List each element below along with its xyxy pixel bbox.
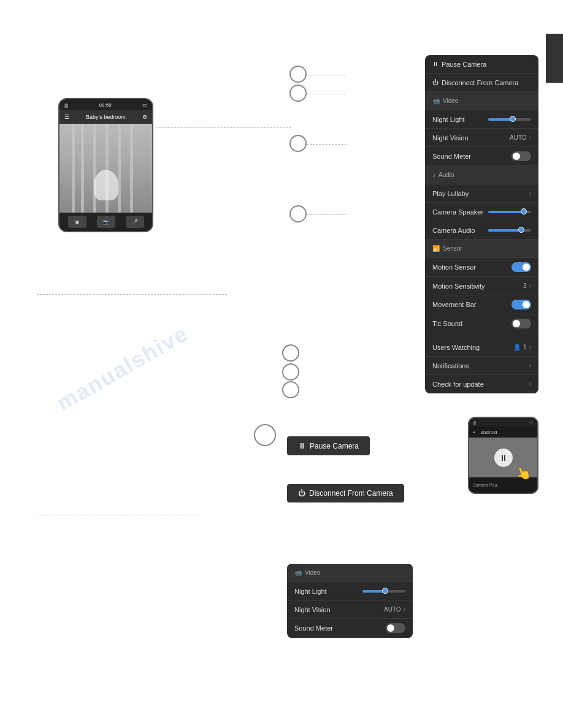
video-panel-slider-knob	[382, 588, 388, 594]
sensor-section-header: 📶 Sensor	[425, 240, 538, 258]
disconnect-btn-icon: ⏻	[298, 489, 305, 498]
slider-knob	[510, 116, 516, 122]
video-panel-sound-toggle[interactable]	[386, 623, 405, 633]
speaker-slider[interactable]	[488, 211, 531, 213]
video-panel-night-vision-value: AUTO	[384, 606, 401, 613]
motion-sensor-toggle[interactable]	[511, 262, 531, 272]
video-panel-light-slider[interactable]	[362, 590, 405, 593]
camera-paused-label: Camera Pau...	[473, 483, 500, 487]
menu-icon[interactable]: ☰	[64, 114, 69, 120]
video-panel-section-label: Video	[305, 569, 320, 576]
movement-bar-toggle[interactable]	[511, 300, 531, 309]
music-icon: ♪	[432, 172, 435, 178]
tic-toggle-knob	[513, 320, 520, 327]
callout-5	[282, 344, 299, 362]
update-chevron: ›	[529, 381, 531, 387]
audio-slider[interactable]	[488, 229, 531, 232]
menu-panel: ⏸ Pause Camera ⏻ Disconnect From Camera …	[425, 55, 538, 393]
video-panel-night-vision[interactable]: Night Vision AUTO ›	[287, 601, 413, 619]
speaker-knob	[521, 208, 527, 214]
phone-status-bar: ||| 09:59 ▭	[59, 99, 152, 110]
motion-sensitivity-value: 3	[523, 282, 527, 289]
phone2-nav: ≡ android	[469, 427, 537, 438]
tic-sound-item[interactable]: Tic Sound	[425, 314, 538, 333]
pause-circle-btn[interactable]: ⏸	[494, 449, 513, 467]
audio-fill	[488, 229, 521, 232]
night-light-item[interactable]: Night Light	[425, 110, 538, 129]
phone-mockup-2: ||| ▭ ≡ android ⏸ Camera Pau...	[468, 417, 538, 494]
sound-meter-item[interactable]: Sound Meter	[425, 147, 538, 166]
callout-large	[254, 424, 276, 446]
pause-camera-button[interactable]: ⏸ Pause Camera	[287, 436, 370, 455]
motion-toggle-knob	[523, 264, 530, 271]
callout-4	[289, 205, 307, 222]
phone2-bottom-bar: Camera Pau...	[469, 477, 537, 493]
time-display: 09:59	[99, 102, 112, 108]
dot-line-4	[307, 214, 347, 215]
disconnect-camera-button[interactable]: ⏻ Disconnect From Camera	[287, 484, 404, 502]
crib-bar-5	[118, 124, 121, 213]
pause-icon: ⏸	[432, 61, 439, 67]
video-panel-slider-fill	[362, 590, 384, 593]
night-vision-value: AUTO	[510, 134, 527, 141]
video-panel-sound-meter[interactable]: Sound Meter	[287, 619, 413, 638]
tic-sound-label: Tic Sound	[432, 320, 462, 327]
settings-icon[interactable]: ⚙	[142, 114, 147, 120]
tic-sound-toggle[interactable]	[511, 319, 531, 328]
sound-meter-toggle[interactable]	[511, 151, 531, 161]
dot-line-3	[307, 144, 347, 145]
pause-camera-label: Pause Camera	[442, 61, 486, 68]
camera-btn[interactable]: 📷	[97, 216, 115, 228]
pause-camera-item[interactable]: ⏸ Pause Camera	[425, 55, 538, 74]
notifications-item[interactable]: Notifications ›	[425, 357, 538, 375]
room-title: Baby's bedroom	[86, 114, 126, 120]
video-panel-toggle-knob	[387, 624, 394, 632]
callout-2	[289, 85, 307, 102]
section-separator-bottom	[37, 515, 202, 515]
motion-sensitivity-label: Motion Sensitivity	[432, 282, 485, 290]
movement-bar-item[interactable]: Movement Bar	[425, 295, 538, 314]
dot-line-2	[307, 94, 347, 94]
night-light-slider[interactable]	[488, 118, 531, 121]
play-lullaby-item[interactable]: Play Lullaby ›	[425, 184, 538, 203]
video-section-header: 📹 Video	[425, 92, 538, 110]
disconnect-item[interactable]: ⏻ Disconnect From Camera	[425, 74, 538, 92]
users-watching-item[interactable]: Users Watching 👤 1 ›	[425, 338, 538, 357]
disconnect-btn-label: Disconnect From Camera	[309, 489, 393, 498]
callout-6	[282, 363, 299, 381]
phone2-signal: |||	[473, 420, 476, 425]
phone2-status: ||| ▭	[469, 418, 537, 427]
camera-speaker-item[interactable]: Camera Speaker	[425, 203, 538, 221]
lullaby-chevron: ›	[529, 190, 531, 197]
movement-toggle-knob	[523, 301, 530, 308]
camera-audio-item[interactable]: Camera Audio	[425, 221, 538, 240]
baby-shape	[94, 170, 118, 200]
video-camera-icon: 📹	[432, 97, 440, 104]
crib-bar-3	[93, 124, 96, 213]
video-panel-night-light[interactable]: Night Light	[287, 582, 413, 601]
audio-section-label: Audio	[439, 172, 454, 178]
mic-btn[interactable]: 🎤	[126, 216, 144, 228]
video-feed	[59, 124, 152, 213]
audio-section-header: ♪ Audio	[425, 166, 538, 184]
notif-chevron: ›	[529, 362, 531, 369]
phone-mockup: ||| 09:59 ▭ ☰ Baby's bedroom ⚙ ▣ 📷 🎤	[58, 98, 153, 232]
camera-speaker-label: Camera Speaker	[432, 208, 483, 216]
check-update-item[interactable]: Check for update ›	[425, 375, 538, 393]
video-panel-bottom: 📹 Video Night Light Night Vision AUTO › …	[287, 564, 413, 638]
callout-1	[289, 66, 307, 83]
camera-audio-label: Camera Audio	[432, 227, 475, 234]
sensitivity-chevron: ›	[529, 282, 531, 289]
night-vision-item[interactable]: Night Vision AUTO ›	[425, 129, 538, 147]
phone2-nav-title: android	[481, 430, 497, 435]
phone2-menu-icon: ≡	[473, 430, 476, 435]
night-vision-chevron: ›	[529, 134, 531, 141]
phone-video	[59, 124, 152, 213]
crib-bar-1	[72, 124, 75, 213]
motion-sensor-item[interactable]: Motion Sensor	[425, 258, 538, 277]
sensor-section-label: Sensor	[443, 245, 462, 252]
video-btn[interactable]: ▣	[68, 216, 86, 228]
phone2-battery: ▭	[529, 420, 534, 425]
power-icon: ⏻	[432, 79, 439, 86]
motion-sensitivity-item[interactable]: Motion Sensitivity 3 ›	[425, 277, 538, 295]
